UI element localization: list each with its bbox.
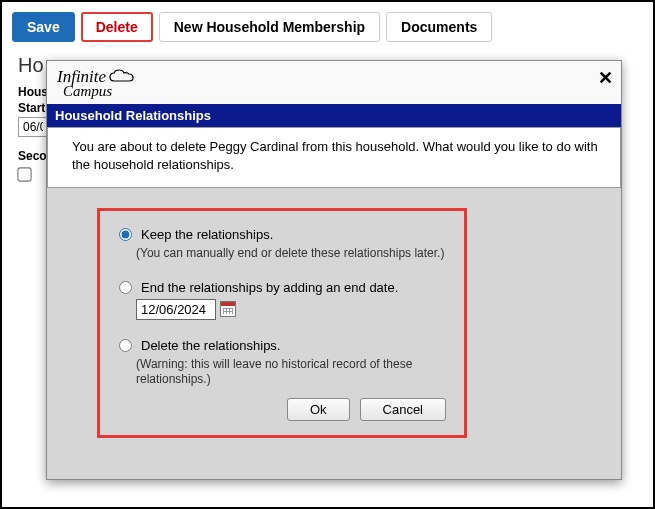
close-icon[interactable]: ✕	[598, 67, 613, 89]
option-end-label: End the relationships by adding an end d…	[141, 280, 398, 295]
start-date-input[interactable]	[18, 117, 48, 137]
delete-button[interactable]: Delete	[81, 12, 153, 42]
seco-checkbox[interactable]	[17, 167, 31, 181]
option-keep-radio[interactable]	[119, 228, 132, 241]
cancel-button[interactable]: Cancel	[360, 398, 446, 421]
cloud-icon	[108, 69, 136, 85]
household-relationships-dialog: Infinite Campus ✕ Household Relationship…	[46, 60, 622, 480]
dialog-title: Household Relationships	[47, 104, 621, 127]
toolbar: Save Delete New Household Membership Doc…	[2, 2, 653, 52]
option-keep-label: Keep the relationships.	[141, 227, 273, 242]
new-household-membership-button[interactable]: New Household Membership	[159, 12, 380, 42]
ok-button[interactable]: Ok	[287, 398, 350, 421]
option-keep[interactable]: Keep the relationships.	[114, 227, 446, 242]
option-delete-sub: (Warning: this will leave no historical …	[136, 357, 446, 388]
form-label-start: Start	[18, 101, 45, 115]
save-button[interactable]: Save	[12, 12, 75, 42]
option-end-radio[interactable]	[119, 281, 132, 294]
option-keep-sub: (You can manually end or delete these re…	[136, 246, 446, 262]
option-delete-label: Delete the relationships.	[141, 338, 280, 353]
option-delete[interactable]: Delete the relationships.	[114, 338, 446, 353]
relationship-options-box: Keep the relationships. (You can manuall…	[97, 208, 467, 438]
calendar-icon[interactable]	[220, 301, 236, 317]
dialog-button-row: Ok Cancel	[114, 398, 446, 421]
dialog-message: You are about to delete Peggy Cardinal f…	[47, 127, 621, 188]
documents-button[interactable]: Documents	[386, 12, 492, 42]
app-window: Save Delete New Household Membership Doc…	[0, 0, 655, 509]
end-date-input[interactable]	[136, 299, 216, 320]
option-delete-radio[interactable]	[119, 339, 132, 352]
option-end[interactable]: End the relationships by adding an end d…	[114, 280, 446, 295]
end-date-row	[136, 299, 446, 320]
dialog-body: Keep the relationships. (You can manuall…	[47, 208, 621, 438]
dialog-header: Infinite Campus ✕	[47, 61, 621, 104]
